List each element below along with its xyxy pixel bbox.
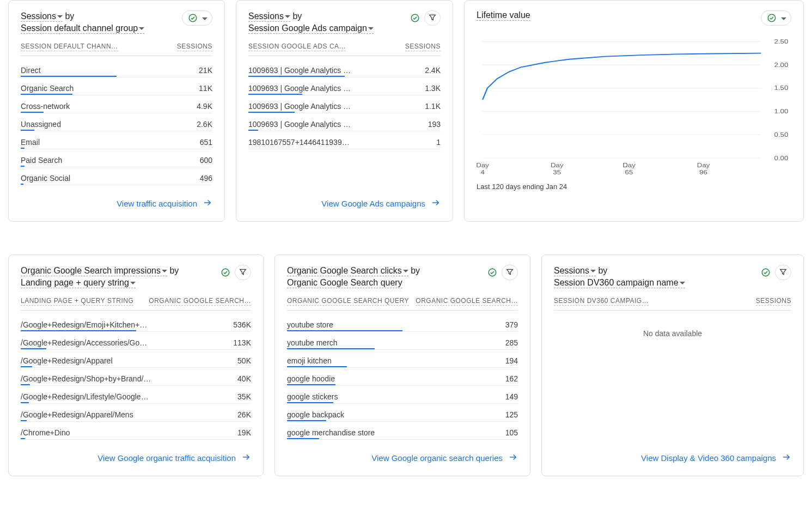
dimension-selector[interactable]: Session default channel group — [21, 23, 144, 34]
bar-track — [21, 330, 251, 332]
table-row[interactable]: Direct21K — [21, 62, 212, 76]
table-row[interactable]: 1009693 | Google Analytics …193 — [248, 116, 441, 130]
row-label: /Google+Redesign/Apparel — [21, 356, 237, 365]
table-row[interactable]: google stickers149 — [287, 388, 518, 402]
row-label: /Google+Redesign/Apparel/Mens — [21, 410, 237, 419]
column-header-dimension[interactable]: SESSION DEFAULT CHANN… — [21, 42, 118, 51]
svg-text:2.00: 2.00 — [774, 62, 789, 69]
table-row[interactable]: youtube merch285 — [287, 334, 518, 348]
row-label: Paid Search — [21, 156, 200, 165]
row-value: 21K — [199, 66, 212, 75]
column-header-dimension[interactable]: SESSION GOOGLE ADS CA… — [248, 42, 346, 51]
metric-selector[interactable]: Sessions — [554, 266, 596, 276]
row-value: 379 — [505, 320, 518, 329]
table-row[interactable]: Organic Social496 — [21, 169, 212, 184]
svg-text:Day: Day — [477, 162, 490, 169]
table-row[interactable]: Cross-network4.9K — [21, 98, 212, 112]
metric-selector[interactable]: Organic Google Search clicks — [287, 266, 408, 276]
table-row[interactable]: /Google+Redesign/Apparel/Mens26K — [21, 406, 251, 420]
table-row[interactable]: /Google+Redesign/Accessories/Go…113K — [21, 334, 251, 348]
svg-text:1.50: 1.50 — [774, 84, 789, 92]
column-header-dimension[interactable]: ORGANIC GOOGLE SEARCH QUERY — [287, 297, 409, 306]
svg-point-25 — [762, 269, 770, 276]
metric-selector[interactable]: Sessions — [248, 11, 290, 22]
view-traffic-acquisition-link[interactable]: View traffic acquisition — [21, 188, 212, 209]
row-label: Email — [21, 138, 200, 147]
row-label: 1009693 | Google Analytics … — [248, 120, 428, 129]
row-value: 149 — [505, 392, 518, 401]
chevron-down-icon — [680, 282, 685, 285]
table-row[interactable]: 1009693 | Google Analytics …1.3K — [248, 80, 441, 94]
filter-button[interactable] — [235, 265, 251, 280]
row-label: /Google+Redesign/Emoji+Kitchen+… — [21, 320, 233, 329]
check-circle-icon — [766, 12, 778, 24]
filter-icon — [779, 268, 787, 278]
no-data-message: No data available — [554, 316, 791, 351]
table-row[interactable]: 1009693 | Google Analytics …2.4K — [248, 62, 441, 76]
table-row[interactable]: google merchandise store105 — [287, 424, 518, 438]
row-label: Organic Social — [21, 174, 200, 183]
table-row[interactable]: 1009693 | Google Analytics …1.1K — [248, 98, 441, 112]
row-value: 11K — [199, 84, 212, 93]
filter-button[interactable] — [502, 265, 518, 280]
table-row[interactable]: youtube store379 — [287, 316, 518, 330]
row-label: Organic Search — [21, 84, 199, 93]
filter-icon — [239, 268, 247, 278]
view-dv360-link[interactable]: View Display & Video 360 campaigns — [554, 442, 791, 464]
view-organic-queries-link[interactable]: View Google organic search queries — [287, 442, 518, 464]
data-rows: youtube store379youtube merch285emoji ki… — [287, 316, 518, 442]
data-rows: /Google+Redesign/Emoji+Kitchen+…536K/Goo… — [21, 316, 251, 442]
quality-check-menu[interactable] — [761, 10, 791, 26]
dimension-selector[interactable]: Session DV360 campaign name — [554, 278, 685, 288]
table-row[interactable]: /Google+Redesign/Lifestyle/Google…35K — [21, 388, 251, 402]
bar-track — [21, 166, 212, 167]
row-label: youtube store — [287, 320, 505, 329]
table-row[interactable]: 19810167557+1446411939…1 — [248, 133, 441, 148]
card-traffic-acquisition: Sessions by Session default channel grou… — [8, 0, 225, 222]
column-header-metric[interactable]: SESSIONS — [177, 42, 212, 51]
svg-point-1 — [411, 14, 419, 22]
bar-track — [248, 94, 441, 95]
card-title: Sessions by Session Google Ads campaign — [248, 10, 374, 35]
table-row[interactable]: /Chrome+Dino19K — [21, 424, 251, 438]
chevron-down-icon — [590, 270, 596, 273]
table-row[interactable]: google backpack125 — [287, 406, 518, 420]
dimension-selector[interactable]: Landing page + query string — [21, 278, 136, 288]
bar-fill — [248, 76, 345, 77]
filter-button[interactable] — [424, 10, 441, 26]
table-row[interactable]: /Google+Redesign/Emoji+Kitchen+…536K — [21, 316, 251, 330]
dimension-selector[interactable]: Session Google Ads campaign — [248, 23, 374, 34]
bar-track — [21, 420, 251, 422]
filter-button[interactable] — [775, 265, 791, 280]
table-row[interactable]: google hoodie162 — [287, 370, 518, 384]
quality-check-menu[interactable] — [182, 10, 212, 26]
bar-fill — [287, 366, 347, 367]
column-header-metric[interactable]: SESSIONS — [756, 297, 791, 306]
table-row[interactable]: Paid Search600 — [21, 151, 212, 166]
column-header-dimension[interactable]: LANDING PAGE + QUERY STRING — [21, 297, 133, 306]
check-circle-icon — [409, 12, 421, 24]
table-row[interactable]: Organic Search11K — [21, 80, 212, 94]
column-header-metric[interactable]: ORGANIC GOOGLE SEARCH… — [416, 297, 518, 306]
metric-selector[interactable]: Organic Google Search impressions — [21, 266, 167, 276]
row-label: 1009693 | Google Analytics … — [248, 84, 425, 93]
arrow-right-icon — [203, 198, 212, 209]
table-row[interactable]: /Google+Redesign/Apparel50K — [21, 352, 251, 366]
table-row[interactable]: Unassigned2.6K — [21, 116, 212, 130]
view-organic-traffic-link[interactable]: View Google organic traffic acquisition — [21, 442, 251, 464]
table-row[interactable]: /Google+Redesign/Shop+by+Brand/…40K — [21, 370, 251, 384]
card-google-ads: Sessions by Session Google Ads campaign … — [236, 0, 453, 222]
card-organic-clicks: Organic Google Search clicks by Organic … — [274, 254, 530, 476]
column-header-dimension[interactable]: SESSION DV360 CAMPAIG… — [554, 297, 649, 306]
view-google-ads-link[interactable]: View Google Ads campaigns — [248, 188, 441, 209]
svg-point-24 — [489, 269, 496, 276]
bar-fill — [21, 420, 27, 421]
bar-fill — [248, 112, 295, 113]
column-header-metric[interactable]: ORGANIC GOOGLE SEARCH… — [149, 297, 251, 306]
metric-selector[interactable]: Sessions — [21, 11, 63, 22]
table-row[interactable]: Email651 — [21, 133, 212, 148]
column-header-metric[interactable]: SESSIONS — [405, 42, 441, 51]
row-label: /Google+Redesign/Accessories/Go… — [21, 338, 233, 347]
row-label: google hoodie — [287, 374, 505, 383]
table-row[interactable]: emoji kitchen194 — [287, 352, 518, 366]
